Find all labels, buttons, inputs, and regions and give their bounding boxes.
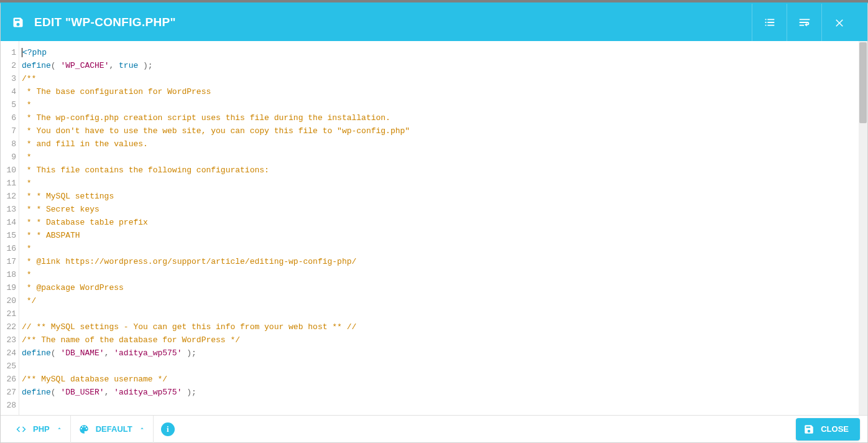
code-line[interactable]: * * ABSPATH	[22, 229, 865, 242]
line-number: 1	[1, 46, 16, 59]
code-line[interactable]: * @package WordPress	[22, 281, 865, 294]
line-number: 21	[1, 307, 16, 320]
code-line[interactable]: define( 'DB_USER', 'aditya_wp575' );	[22, 386, 865, 399]
line-number: 27	[1, 386, 16, 399]
code-line[interactable]: * * Secret keys	[22, 203, 865, 216]
code-line[interactable]: * This file contains the following confi…	[22, 164, 865, 177]
code-line[interactable]: */	[22, 294, 865, 307]
line-number: 15	[1, 229, 16, 242]
line-number: 7	[1, 124, 16, 138]
code-line[interactable]: *	[22, 268, 865, 281]
line-number: 18	[1, 268, 16, 281]
info-icon: i	[161, 422, 175, 436]
close-icon[interactable]	[821, 4, 856, 41]
theme-selector[interactable]: DEFAULT	[71, 416, 154, 443]
code-line[interactable]: * * MySQL settings	[22, 190, 865, 203]
wrap-icon[interactable]	[787, 4, 821, 41]
line-number: 12	[1, 190, 16, 203]
code-line[interactable]: /** MySQL database username */	[22, 373, 865, 386]
line-number: 5	[1, 98, 16, 111]
editor-area: 1234567891011121314151617181920212223242…	[1, 41, 867, 415]
line-number: 25	[1, 360, 16, 373]
line-number: 26	[1, 373, 16, 386]
code-line[interactable]: define( 'DB_NAME', 'aditya_wp575' );	[22, 347, 865, 360]
code-editor[interactable]: <?phpdefine( 'WP_CACHE', true );/** * Th…	[19, 41, 867, 415]
code-line[interactable]: *	[22, 242, 865, 255]
code-line[interactable]: // ** MySQL settings - You can get this …	[22, 320, 865, 333]
line-number: 23	[1, 333, 16, 347]
line-number: 24	[1, 347, 16, 360]
code-line[interactable]: *	[22, 151, 865, 164]
code-line[interactable]: * and fill in the values.	[22, 138, 865, 151]
code-line[interactable]: * The base configuration for WordPress	[22, 85, 865, 98]
line-number: 16	[1, 242, 16, 255]
line-number: 14	[1, 216, 16, 229]
list-icon[interactable]	[752, 4, 787, 41]
line-number: 10	[1, 164, 16, 177]
line-number: 22	[1, 320, 16, 333]
editor-window: EDIT "WP-CONFIG.PHP" 1234567891011121314…	[0, 2, 868, 443]
code-line[interactable]: /**	[22, 72, 865, 85]
save-icon[interactable]	[12, 16, 24, 29]
code-line[interactable]	[22, 307, 865, 320]
code-line[interactable]: <?php	[22, 46, 865, 59]
code-line[interactable]	[22, 399, 865, 412]
line-gutter: 1234567891011121314151617181920212223242…	[1, 41, 19, 415]
chevron-up-icon	[139, 425, 145, 434]
code-line[interactable]: /** The name of the database for WordPre…	[22, 333, 865, 347]
line-number: 17	[1, 255, 16, 268]
info-button[interactable]: i	[154, 416, 182, 443]
code-line[interactable]: *	[22, 98, 865, 111]
line-number: 4	[1, 85, 16, 98]
chevron-up-icon	[56, 425, 63, 434]
line-number: 2	[1, 59, 16, 72]
code-line[interactable]: define( 'WP_CACHE', true );	[22, 59, 865, 72]
code-line[interactable]: *	[22, 177, 865, 190]
line-number: 6	[1, 111, 16, 124]
line-number: 20	[1, 294, 16, 307]
title-bar: EDIT "WP-CONFIG.PHP"	[1, 4, 867, 41]
status-bar: PHP DEFAULT i CLOSE	[1, 415, 867, 442]
line-number: 19	[1, 281, 16, 294]
close-button[interactable]: CLOSE	[796, 418, 860, 441]
line-number: 8	[1, 138, 16, 151]
line-number: 3	[1, 72, 16, 85]
language-selector[interactable]: PHP	[8, 416, 71, 443]
code-line[interactable]: * * Database table prefix	[22, 216, 865, 229]
code-line[interactable]: * You don't have to use the web site, yo…	[22, 124, 865, 138]
line-number: 13	[1, 203, 16, 216]
line-number: 11	[1, 177, 16, 190]
line-number: 28	[1, 399, 16, 412]
code-line[interactable]: * The wp-config.php creation script uses…	[22, 111, 865, 124]
window-title: EDIT "WP-CONFIG.PHP"	[34, 16, 176, 29]
theme-label: DEFAULT	[96, 424, 132, 434]
scrollbar-track[interactable]	[859, 41, 867, 415]
scrollbar-thumb[interactable]	[859, 42, 867, 123]
code-line[interactable]	[22, 360, 865, 373]
language-label: PHP	[33, 424, 50, 434]
close-button-label: CLOSE	[821, 424, 849, 434]
code-line[interactable]: * @link https://wordpress.org/support/ar…	[22, 255, 865, 268]
line-number: 9	[1, 151, 16, 164]
